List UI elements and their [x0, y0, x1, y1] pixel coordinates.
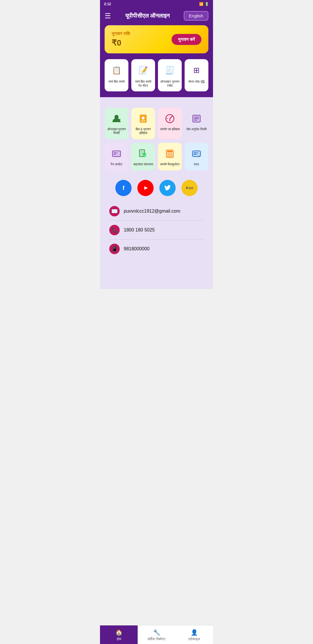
calculator-icon — [163, 147, 176, 160]
net-meter-icon: 📝 — [136, 63, 150, 77]
payment-card: भुगतान राशि ₹0 भुगतान करें — [105, 25, 208, 53]
hero-section: भुगतान राशि ₹0 भुगतान करें 📋 स्वयं बिल ब… — [100, 25, 213, 103]
receipt-label: ऑनलाइन भुगतान रसीद — [160, 79, 180, 88]
svg-point-25 — [168, 153, 169, 155]
bill-history-label: बिल & भुगतान इतिहास — [133, 127, 153, 135]
service-pan-update[interactable]: पैन अपडेट — [105, 143, 128, 171]
service-usage-calculator[interactable]: उपभोग कैलकुलेटर — [158, 143, 182, 171]
svg-rect-24 — [167, 151, 172, 152]
receipt-icon: 🧾 — [163, 63, 177, 77]
phone-value: 1800 180 5025 — [124, 227, 155, 233]
quick-action-self-bill[interactable]: 📋 स्वयं बिल बनाये — [105, 59, 128, 91]
email-icon: ✉️ — [109, 206, 120, 216]
calculator-label: उपभोग कैलकुलेटर — [160, 162, 180, 167]
svg-text:f: f — [123, 185, 125, 191]
email-value: puvvnlccc1912@gmail.com — [124, 209, 180, 214]
pay-now-button[interactable]: भुगतान करें — [172, 34, 201, 45]
status-time: 2:12 — [104, 2, 111, 6]
contact-phone-row: 📞 1800 180 5025 — [109, 221, 204, 240]
svg-point-27 — [171, 153, 172, 155]
service-request-status[interactable]: सेवा अनुरोध स्थिति — [185, 108, 208, 139]
online-payment-status-label: ऑनलाइन भुगतान स्थिति — [106, 127, 127, 135]
payment-label: भुगतान राशि — [112, 31, 130, 36]
svg-rect-31 — [192, 151, 201, 157]
payment-amount: ₹0 — [112, 38, 130, 48]
service-bill-payment-history[interactable]: बिल & भुगतान इतिहास — [131, 108, 155, 139]
bill-history-icon — [137, 112, 150, 125]
service-row-2: पैन अपडेट DOC व्हाट्सएप सदस्यता उपभोग कै… — [105, 143, 208, 171]
quick-actions-grid: 📋 स्वयं बिल बनाये 📝 स्वयं बिल बनाये नेट … — [105, 59, 208, 91]
service-row-1: ऑनलाइन भुगतान स्थिति बिल & भुगतान इतिहास… — [105, 108, 208, 139]
whatsapp-icon: DOC — [137, 147, 150, 160]
app-header: ☰ यूपीपीसीएल ऑनलाइन English — [100, 8, 213, 25]
svg-line-6 — [170, 116, 172, 119]
contact-mobile-row: 📱 9818000000 — [109, 240, 204, 258]
signal-icon: 📶 — [199, 2, 203, 6]
self-bill-icon: 📋 — [110, 63, 123, 77]
service-help[interactable]: मदद — [185, 143, 208, 171]
svg-marker-37 — [144, 186, 148, 190]
koo-button[interactable]: Koo — [181, 180, 198, 196]
pan-update-label: पैन अपडेट — [111, 162, 122, 167]
service-request-label: सेवा अनुरोध स्थिति — [186, 127, 207, 131]
svg-point-29 — [169, 155, 170, 157]
svg-point-30 — [171, 155, 172, 157]
help-icon — [190, 147, 203, 160]
whatsapp-label: व्हाट्सएप सदस्यता — [133, 162, 153, 167]
self-bill-label: स्वयं बिल बनाये — [108, 79, 124, 84]
quick-action-net-meter[interactable]: 📝 स्वयं बिल बनाये नेट मीटर — [131, 59, 155, 91]
payment-info: भुगतान राशि ₹0 — [112, 31, 130, 48]
facebook-button[interactable]: f — [115, 180, 132, 196]
online-payment-status-icon — [110, 112, 123, 125]
net-meter-label: स्वयं बिल बनाये नेट मीटर — [133, 79, 153, 88]
service-consumption-history[interactable]: उपभोग का इतिहास — [158, 108, 182, 139]
status-icons: 📶 🔋 — [199, 2, 209, 6]
svg-text:DOC: DOC — [141, 154, 148, 157]
contact-email-row: ✉️ puvvnlccc1912@gmail.com — [109, 202, 204, 221]
mobile-value: 9818000000 — [124, 246, 150, 252]
phone-icon: 📞 — [109, 225, 120, 235]
hamburger-icon[interactable]: ☰ — [105, 12, 111, 20]
language-button[interactable]: English — [184, 11, 208, 21]
pan-update-icon — [110, 147, 123, 160]
battery-icon: 🔋 — [205, 2, 209, 6]
youtube-button[interactable] — [137, 180, 154, 196]
quick-action-online-receipt[interactable]: 🧾 ऑनलाइन भुगतान रसीद — [158, 59, 182, 91]
social-links: f Koo — [105, 174, 208, 199]
twitter-button[interactable] — [159, 180, 176, 196]
mobile-icon: 📱 — [109, 244, 120, 254]
service-online-payment-status[interactable]: ऑनलाइन भुगतान स्थिति — [105, 108, 128, 139]
self-load-label: सेल्फ लोड वृद्धि — [188, 79, 205, 84]
app-title: यूपीपीसीएल ऑनलाइन — [125, 12, 170, 19]
svg-rect-14 — [112, 151, 121, 157]
quick-action-self-load[interactable]: ⊞ सेल्फ लोड वृद्धि — [185, 59, 208, 91]
consumption-icon — [163, 112, 176, 125]
svg-point-26 — [169, 153, 170, 155]
service-request-icon — [190, 112, 203, 125]
service-whatsapp-membership[interactable]: DOC व्हाट्सएप सदस्यता — [131, 143, 155, 171]
consumption-label: उपभोग का इतिहास — [160, 127, 180, 131]
contact-section: ✉️ puvvnlccc1912@gmail.com 📞 1800 180 50… — [105, 199, 208, 261]
help-label: मदद — [194, 162, 199, 167]
status-bar: 2:12 📶 🔋 — [100, 0, 213, 8]
self-load-icon: ⊞ — [190, 63, 203, 77]
svg-point-3 — [142, 117, 145, 120]
services-section: ऑनलाइन भुगतान स्थिति बिल & भुगतान इतिहास… — [100, 97, 213, 289]
svg-rect-4 — [141, 121, 145, 121]
svg-point-28 — [168, 155, 169, 157]
